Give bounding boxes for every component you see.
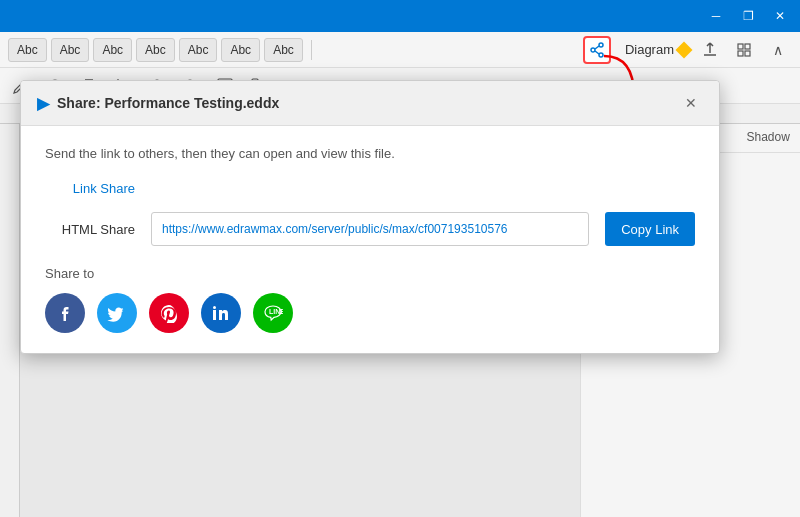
modal-description: Send the link to others, then they can o… — [45, 146, 695, 161]
toolbar-1: Abc Abc Abc Abc Abc Abc Abc Diagram — [0, 32, 800, 68]
upload-icon[interactable] — [696, 36, 724, 64]
share-to-label: Share to — [45, 266, 695, 281]
toolbar-right: Diagram ∧ — [583, 36, 792, 64]
modal-title: ▶ Share: Performance Testing.eddx — [37, 94, 279, 113]
link-share-label[interactable]: Link Share — [45, 181, 135, 196]
social-icons: LINE — [45, 293, 695, 333]
svg-line-4 — [595, 51, 599, 54]
abc-btn-7[interactable]: Abc — [264, 38, 303, 62]
svg-line-3 — [595, 46, 599, 49]
linkedin-button[interactable] — [201, 293, 241, 333]
modal-header: ▶ Share: Performance Testing.eddx ✕ — [21, 81, 719, 126]
svg-rect-20 — [213, 310, 216, 320]
title-bar: ─ ❐ ✕ — [0, 0, 800, 32]
title-bar-controls: ─ ❐ ✕ — [700, 0, 796, 32]
link-share-row: Link Share — [45, 181, 695, 196]
diagram-text: Diagram — [625, 42, 674, 57]
diamond-icon — [676, 41, 693, 58]
abc-btn-5[interactable]: Abc — [179, 38, 218, 62]
toolbar-separator — [311, 40, 312, 60]
abc-btn-4[interactable]: Abc — [136, 38, 175, 62]
share-to-section: Share to — [45, 266, 695, 333]
edraw-icon: ▶ — [37, 94, 49, 113]
svg-point-0 — [599, 43, 603, 47]
svg-point-21 — [213, 306, 216, 309]
share-button[interactable] — [583, 36, 611, 64]
copy-link-button[interactable]: Copy Link — [605, 212, 695, 246]
minimize-button[interactable]: ─ — [700, 0, 732, 32]
tab-shadow[interactable]: Shadow — [736, 124, 800, 152]
close-button[interactable]: ✕ — [764, 0, 796, 32]
twitter-button[interactable] — [97, 293, 137, 333]
svg-rect-8 — [745, 51, 750, 56]
diagram-label: Diagram — [625, 42, 690, 57]
abc-btn-1[interactable]: Abc — [8, 38, 47, 62]
line-button[interactable]: LINE — [253, 293, 293, 333]
svg-point-1 — [591, 48, 595, 52]
svg-point-2 — [599, 53, 603, 57]
pinterest-button[interactable] — [149, 293, 189, 333]
modal-close-button[interactable]: ✕ — [679, 91, 703, 115]
modal-title-text: Share: Performance Testing.eddx — [57, 95, 279, 111]
svg-rect-7 — [738, 51, 743, 56]
link-url-input[interactable] — [151, 212, 589, 246]
svg-rect-6 — [745, 44, 750, 49]
facebook-button[interactable] — [45, 293, 85, 333]
left-ruler — [0, 124, 20, 517]
svg-text:LINE: LINE — [269, 308, 283, 315]
modal-body: Send the link to others, then they can o… — [21, 126, 719, 353]
html-share-row: HTML Share Copy Link — [45, 212, 695, 246]
expand-icon[interactable]: ∧ — [764, 36, 792, 64]
abc-btn-2[interactable]: Abc — [51, 38, 90, 62]
restore-button[interactable]: ❐ — [732, 0, 764, 32]
abc-btn-3[interactable]: Abc — [93, 38, 132, 62]
html-share-label: HTML Share — [45, 222, 135, 237]
share-modal: ▶ Share: Performance Testing.eddx ✕ Send… — [20, 80, 720, 354]
abc-btn-6[interactable]: Abc — [221, 38, 260, 62]
grid-icon[interactable] — [730, 36, 758, 64]
svg-rect-5 — [738, 44, 743, 49]
